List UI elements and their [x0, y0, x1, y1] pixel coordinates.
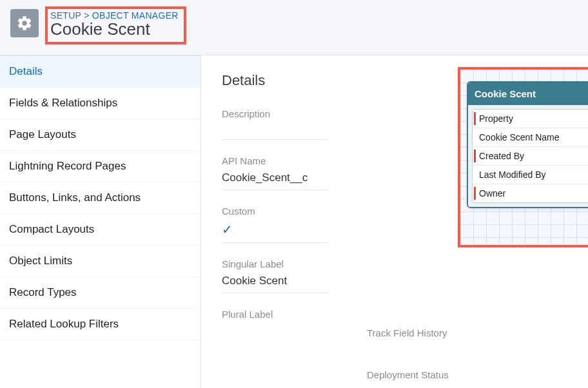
field-api-name: API Name Cookie_Scent__c: [222, 155, 328, 190]
field-value: Cookie Scent: [222, 275, 328, 293]
field-custom: Custom ✓: [222, 206, 328, 243]
sidebar-item-page-layouts[interactable]: Page Layouts: [0, 119, 201, 151]
schema-field-name: Owner: [479, 188, 505, 199]
field-label: Custom: [222, 206, 328, 217]
sidebar-item-related-lookup-filters[interactable]: Related Lookup Filters: [0, 309, 201, 340]
field-label: Plural Label: [222, 309, 328, 320]
schema-header: Cookie Scent ▾: [468, 82, 588, 105]
field-track-history: Track Field History: [367, 327, 588, 338]
sidebar-item-fields[interactable]: Fields & Relationships: [0, 88, 201, 119]
field-label: Deployment Status: [367, 369, 588, 380]
check-icon: ✓: [222, 222, 233, 237]
schema-field-name: Cookie Scent Name: [479, 132, 560, 142]
schema-row[interactable]: Created By Lookup(User): [473, 147, 588, 166]
field-value: Cookie_Scent__c: [222, 171, 328, 190]
schema-card[interactable]: Cookie Scent ▾ Property Master-Detail(Pr…: [467, 81, 588, 208]
field-label: Track Field History: [367, 327, 588, 338]
page-title: Cookie Scent: [50, 19, 179, 39]
header: SETUP > OBJECT MANAGER Cookie Scent: [0, 0, 588, 55]
sidebar-item-record-types[interactable]: Record Types: [0, 277, 201, 309]
schema-field-name: Property: [479, 113, 513, 124]
schema-row[interactable]: Cookie Scent Name Text(80): [473, 128, 588, 147]
field-plural-label: Plural Label: [222, 309, 328, 320]
field-deployment-status: Deployment Status: [367, 369, 588, 380]
sidebar-item-object-limits[interactable]: Object Limits: [0, 246, 201, 277]
schema-rows: Property Master-Detail(Property) Cookie …: [472, 109, 588, 203]
schema-title: Cookie Scent: [475, 88, 536, 99]
field-label: Singular Label: [222, 258, 328, 269]
field-singular-label: Singular Label Cookie Scent: [222, 258, 328, 293]
schema-field-name: Last Modified By: [479, 170, 546, 180]
master-detail-bar: [474, 112, 476, 125]
field-label: Description: [222, 108, 328, 119]
title-block-highlight: SETUP > OBJECT MANAGER Cookie Scent: [45, 6, 186, 44]
main: Details Description API Name Cookie_Scen…: [201, 55, 588, 388]
schema-field-name: Created By: [479, 151, 524, 161]
sidebar-item-details[interactable]: Details: [0, 56, 201, 88]
field-value: [222, 124, 328, 140]
setup-gear-icon: [10, 9, 39, 37]
schema-row[interactable]: Last Modified By Lookup(User): [473, 166, 588, 184]
master-detail-bar: [474, 150, 476, 162]
field-label: API Name: [222, 155, 328, 166]
schema-overlay-highlight: Cookie Scent ▾ Property Master-Detail(Pr…: [458, 67, 588, 247]
sidebar-item-buttons-links-actions[interactable]: Buttons, Links, and Actions: [0, 182, 201, 214]
content: Details Fields & Relationships Page Layo…: [0, 55, 588, 388]
sidebar: Details Fields & Relationships Page Layo…: [0, 55, 201, 388]
field-value: ✓: [222, 222, 328, 243]
master-detail-bar: [474, 187, 476, 200]
col-left: Description API Name Cookie_Scent__c Cus…: [222, 108, 328, 388]
sidebar-item-compact-layouts[interactable]: Compact Layouts: [0, 214, 201, 246]
schema-body: Property Master-Detail(Property) Cookie …: [468, 105, 588, 207]
field-description: Description: [222, 108, 328, 140]
schema-row[interactable]: Property Master-Detail(Property): [473, 110, 588, 128]
schema-row[interactable]: Owner Lookup(User+1): [473, 184, 588, 202]
sidebar-item-lightning-pages[interactable]: Lightning Record Pages: [0, 151, 201, 182]
